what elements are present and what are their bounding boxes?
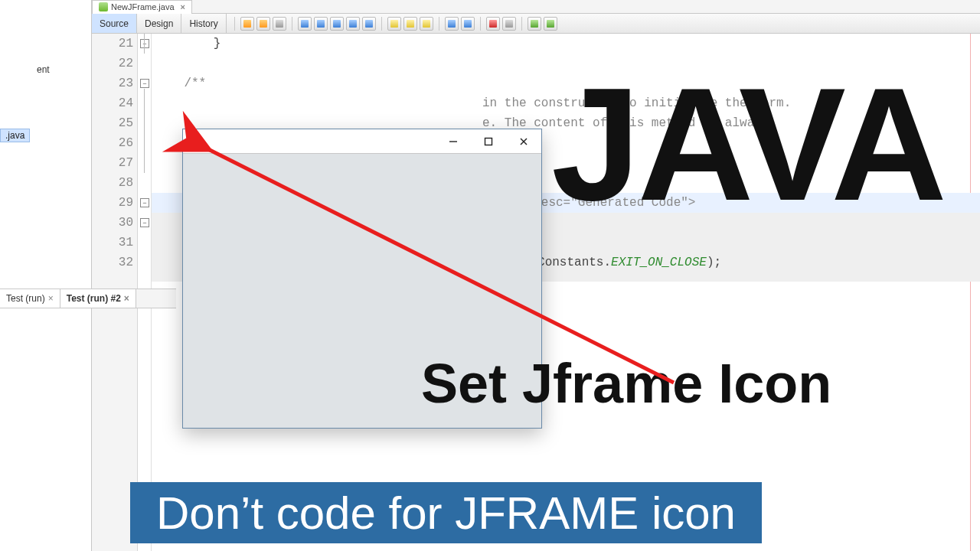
toolbar-separator [521, 17, 522, 31]
line-number: 30 [92, 213, 138, 233]
nav-back-icon[interactable] [240, 17, 254, 31]
code-line: } [155, 34, 980, 54]
sidebar-selected-file[interactable]: .java [0, 129, 30, 142]
toolbar-separator [439, 17, 439, 31]
overlay-bottom-banner: Don’t code for JFRAME icon [130, 482, 762, 543]
minimize-button[interactable] [436, 129, 471, 154]
editor-toolbar: Source Design History [92, 14, 980, 34]
file-tab-label: NewJFrame.java [111, 2, 175, 11]
shift-left-icon[interactable] [445, 17, 459, 31]
line-number: 32 [92, 253, 138, 272]
editor-tabs-row: NewJFrame.java × [92, 0, 980, 14]
line-number: 22 [92, 54, 138, 73]
toolbar-separator [381, 17, 382, 31]
output-tabs: Test (run) × Test (run) #2 × [0, 289, 176, 308]
jframe-app-icon [191, 137, 200, 146]
maximize-button[interactable] [471, 129, 506, 154]
line-number: 26 [92, 133, 138, 153]
toolbar-separator [292, 17, 292, 31]
fold-line [144, 34, 145, 54]
jframe-titlebar[interactable] [183, 129, 541, 154]
close-icon [519, 137, 528, 146]
file-tab-newjframe[interactable]: NewJFrame.java × [92, 0, 192, 14]
output-tab-label: Test (run) #2 [67, 293, 121, 304]
code-constant: EXIT_ON_CLOSE [611, 256, 707, 269]
output-tab-label: Test (run) [6, 293, 45, 304]
line-number: 25 [92, 113, 138, 133]
view-design-button[interactable]: Design [137, 14, 181, 33]
fold-toggle-icon[interactable]: − [140, 218, 149, 227]
overlay-java-text: JAVA [551, 77, 944, 214]
line-number: 31 [92, 233, 138, 253]
java-file-icon [99, 2, 108, 11]
close-icon[interactable]: × [48, 293, 54, 304]
stop-macro-icon[interactable] [502, 17, 516, 31]
line-number: 28 [92, 173, 138, 193]
prev-mark-icon[interactable] [387, 17, 401, 31]
svg-rect-1 [485, 138, 492, 145]
find-next-icon[interactable] [330, 17, 344, 31]
close-icon[interactable]: × [124, 293, 129, 304]
view-history-button[interactable]: History [181, 14, 226, 33]
maximize-icon [484, 137, 493, 146]
toolbar-separator [480, 17, 481, 31]
nav-forward-icon[interactable] [256, 17, 270, 31]
code-text: ); [707, 256, 721, 269]
close-button[interactable] [506, 129, 541, 154]
sidebar-fragment: ent [37, 64, 50, 75]
line-number: 24 [92, 93, 138, 113]
output-tab-test-run-2[interactable]: Test (run) #2 × [60, 289, 136, 308]
toolbar-icons [227, 14, 557, 33]
overlay-set-jframe-text: Set Jframe Icon [421, 352, 831, 415]
shift-right-icon[interactable] [461, 17, 475, 31]
toolbar-separator [234, 17, 235, 31]
line-number: 29 [92, 193, 138, 213]
bookmark-icon[interactable] [362, 17, 376, 31]
next-mark-icon[interactable] [403, 17, 417, 31]
view-source-button[interactable]: Source [92, 14, 137, 33]
line-number: 21 [92, 34, 138, 54]
record-macro-icon[interactable] [486, 17, 500, 31]
comment-icon[interactable] [528, 17, 541, 31]
uncomment-icon[interactable] [544, 17, 557, 31]
fold-line [144, 89, 145, 173]
fold-toggle-icon[interactable]: − [140, 198, 149, 207]
find-prev-icon[interactable] [314, 17, 328, 31]
project-sidebar: ent .java [0, 0, 92, 551]
close-tab-icon[interactable]: × [181, 2, 185, 11]
line-number: 27 [92, 153, 138, 173]
highlight-icon[interactable] [346, 17, 360, 31]
find-icon[interactable] [298, 17, 312, 31]
toggle-mark-icon[interactable] [420, 17, 433, 31]
fold-toggle-icon[interactable]: − [140, 39, 149, 48]
nav-select-icon[interactable] [273, 17, 286, 31]
fold-toggle-icon[interactable]: − [140, 79, 149, 88]
line-number: 23 [92, 73, 138, 93]
minimize-icon [449, 137, 458, 146]
output-tab-test-run[interactable]: Test (run) × [0, 289, 60, 308]
